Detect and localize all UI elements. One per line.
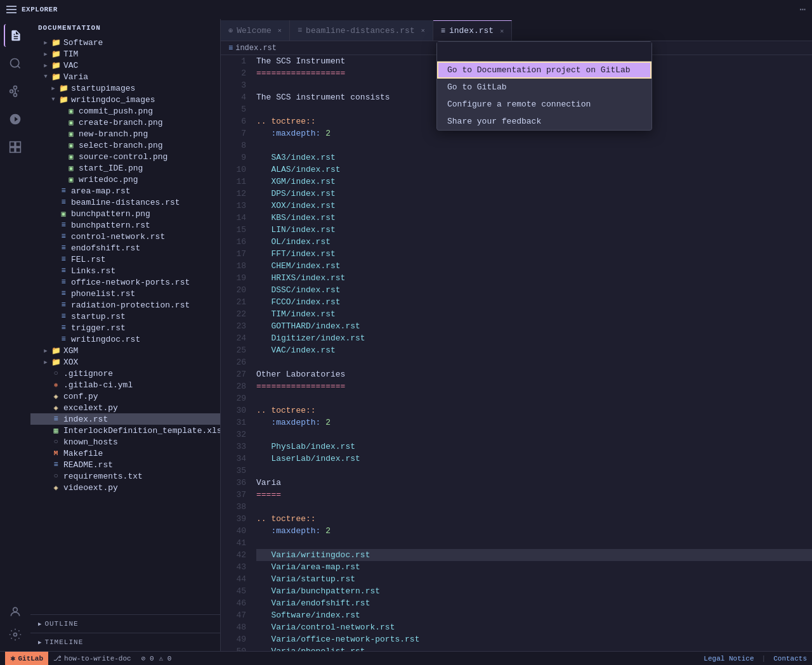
activity-source-control-icon[interactable]	[4, 80, 27, 103]
tree-item-Makefile[interactable]: ▶ M Makefile	[30, 448, 220, 459]
tab-label: index.rst	[449, 26, 494, 36]
file-icon: ▣	[66, 152, 76, 162]
tree-item-software[interactable]: ▶ 📁 Software	[30, 37, 220, 48]
tree-item-writedoc_png[interactable]: ▶ ▣ writedoc.png	[30, 174, 220, 185]
dropdown-item[interactable]: Go to GitLab	[437, 79, 652, 96]
tab-Welcome[interactable]: ⊕ Welcome ✕	[221, 20, 290, 41]
folder-arrow: ▶	[41, 60, 51, 70]
dropdown-item[interactable]: Configure a remote connection	[437, 96, 652, 113]
tree-item-excelext_py[interactable]: ▶ ◈ excelext.py	[30, 402, 220, 413]
activity-search-icon[interactable]	[4, 52, 27, 75]
tree-item-bunchpattern_png[interactable]: ▶ ▣ bunchpattern.png	[30, 208, 220, 219]
tree-item-radiation_protection_rst[interactable]: ▶ ≡ radiation-protection.rst	[30, 299, 220, 311]
tree-item-label: new-branch.png	[79, 129, 148, 139]
dropdown-search-input[interactable]	[442, 47, 646, 56]
breadcrumb-item[interactable]: index.rst	[235, 44, 277, 53]
tree-item-control_network_rst[interactable]: ▶ ≡ control-network.rst	[30, 231, 220, 242]
code-line: LIN/index.rst	[256, 224, 812, 236]
line-number: 21	[226, 296, 246, 308]
timeline-arrow: ▶	[38, 639, 42, 646]
errors-status[interactable]: ⊘ 0 ⚠ 0	[141, 654, 172, 662]
folder-arrow: ▶	[41, 345, 51, 356]
tree-item-endofshift_rst[interactable]: ▶ ≡ endofshift.rst	[30, 242, 220, 254]
outline-label: OUTLINE	[44, 620, 78, 628]
line-number: 4	[226, 91, 246, 103]
gitlab-status[interactable]: ⎈ GitLab	[5, 652, 48, 666]
tree-item-requirements_txt[interactable]: ▶ ○ requirements.txt	[30, 470, 220, 482]
gitlab-icon: ⎈	[10, 653, 15, 664]
dropdown-item[interactable]: Share your feedback	[437, 113, 652, 130]
tree-item-gitignore[interactable]: ▶ ○ .gitignore	[30, 368, 220, 379]
hamburger-menu-icon[interactable]	[6, 4, 16, 15]
tree-item-label: FEL.rst	[71, 255, 106, 264]
tree-item-startup_rst[interactable]: ▶ ≡ startup.rst	[30, 311, 220, 322]
tree-item-index_rst[interactable]: ▶ ≡ index.rst	[30, 413, 220, 425]
tree-item-start_ide_png[interactable]: ▶ ▣ start_IDE.png	[30, 162, 220, 174]
tree-item-label: beamline-distances.rst	[71, 198, 180, 207]
line-number: 10	[226, 164, 246, 176]
tree-item-writingdoc_images[interactable]: ▼ 📁 writingdoc_images	[30, 94, 220, 105]
tree-item-new_branch_png[interactable]: ▶ ▣ new-branch.png	[30, 128, 220, 139]
tree-item-videoext_py[interactable]: ▶ ◈ videoext.py	[30, 482, 220, 493]
tree-item-label: create-branch.png	[79, 118, 163, 127]
file-icon: ≡	[58, 197, 69, 207]
tree-item-phonelist_rst[interactable]: ▶ ≡ phonelist.rst	[30, 288, 220, 299]
line-number: 2	[226, 67, 246, 79]
timeline-header[interactable]: ▶ TIMELINE	[30, 636, 220, 649]
code-line: CHEM/index.rst	[256, 260, 812, 272]
tree-item-office_network_ports_rst[interactable]: ▶ ≡ office-network-ports.rst	[30, 276, 220, 288]
tree-item-conf_py[interactable]: ▶ ◈ conf.py	[30, 391, 220, 402]
tree-item-writingdoc_rst[interactable]: ▶ ≡ writingdoc.rst	[30, 333, 220, 345]
activity-account-icon[interactable]	[4, 600, 27, 623]
tree-item-bunchpattern_rst[interactable]: ▶ ≡ bunchpattern.rst	[30, 219, 220, 231]
line-number: 49	[226, 633, 246, 645]
tree-item-commit_push_png[interactable]: ▶ ▣ commit_push.png	[30, 105, 220, 117]
activity-extensions-icon[interactable]	[4, 136, 27, 158]
activity-files-icon[interactable]	[4, 24, 27, 47]
tree-item-InterlockDefinition_xlsx[interactable]: ▶ ▦ InterlockDefinition_template.xlsx	[30, 425, 220, 436]
tree-item-source_control_png[interactable]: ▶ ▣ source-control.png	[30, 151, 220, 162]
tree-item-xgm[interactable]: ▶ 📁 XGM	[30, 345, 220, 356]
file-icon: ≡	[51, 414, 61, 424]
code-area[interactable]: The SCS Instrument================== The…	[251, 55, 812, 651]
svg-rect-4	[10, 142, 15, 147]
tree-item-tim[interactable]: ▶ 📁 TIM	[30, 48, 220, 60]
code-line: .. toctree::	[256, 513, 812, 525]
code-line: Varia/phonelist.rst	[256, 645, 812, 651]
tree-item-vac[interactable]: ▶ 📁 VAC	[30, 60, 220, 71]
tree-item-FEL_rst[interactable]: ▶ ≡ FEL.rst	[30, 254, 220, 265]
tree-item-xox[interactable]: ▶ 📁 XOX	[30, 356, 220, 368]
branch-status[interactable]: ⎇ how-to-write-doc	[48, 654, 136, 662]
error-count: ⊘ 0	[141, 654, 154, 662]
legal-notice-link[interactable]: Legal Notice	[704, 655, 754, 662]
tree-item-trigger_rst[interactable]: ▶ ≡ trigger.rst	[30, 322, 220, 333]
file-icon: ≡	[58, 220, 69, 230]
more-actions-icon[interactable]: ⋯	[799, 3, 806, 16]
tree-item-area_map_rst[interactable]: ▶ ≡ area-map.rst	[30, 185, 220, 197]
tree-item-select_branch_png[interactable]: ▶ ▣ select-branch.png	[30, 139, 220, 151]
tree-item-beamline_distances_rst[interactable]: ▶ ≡ beamline-distances.rst	[30, 197, 220, 208]
explorer-title: EXPLORER	[22, 6, 58, 13]
tree-item-gitlab_ci_yml[interactable]: ▶ ⎈ .gitlab-ci.yml	[30, 379, 220, 391]
tab-beamline-distances.rst[interactable]: ≡ beamline-distances.rst ✕	[290, 20, 433, 41]
activity-settings-icon[interactable]	[4, 623, 27, 646]
tree-item-README_rst[interactable]: ▶ ≡ README.rst	[30, 459, 220, 470]
dropdown-search-bar[interactable]	[437, 42, 652, 61]
line-number: 16	[226, 236, 246, 248]
tab-close-icon[interactable]: ✕	[278, 27, 282, 34]
tab-close-icon[interactable]: ✕	[421, 27, 425, 34]
tab-close-icon[interactable]: ✕	[500, 27, 504, 35]
dropdown-item[interactable]: Go to Documentation project on GitLab	[437, 61, 652, 79]
tree-item-create_branch_png[interactable]: ▶ ▣ create-branch.png	[30, 117, 220, 128]
file-icon: ≡	[58, 311, 69, 321]
contacts-link[interactable]: Contacts	[773, 655, 807, 662]
outline-header[interactable]: ▶ OUTLINE	[30, 617, 220, 630]
tree-item-label: writingdoc.rst	[71, 335, 140, 344]
tree-item-varia[interactable]: ▼ 📁 Varia	[30, 71, 220, 82]
tree-item-known_hosts[interactable]: ▶ ○ known_hosts	[30, 436, 220, 448]
tree-item-Links_rst[interactable]: ▶ ≡ Links.rst	[30, 265, 220, 276]
code-line: =====	[256, 489, 812, 501]
tree-item-startupimages[interactable]: ▶ 📁 startupimages	[30, 82, 220, 94]
activity-debug-icon[interactable]	[4, 108, 27, 131]
tab-index.rst[interactable]: ≡ index.rst ✕	[433, 20, 512, 41]
